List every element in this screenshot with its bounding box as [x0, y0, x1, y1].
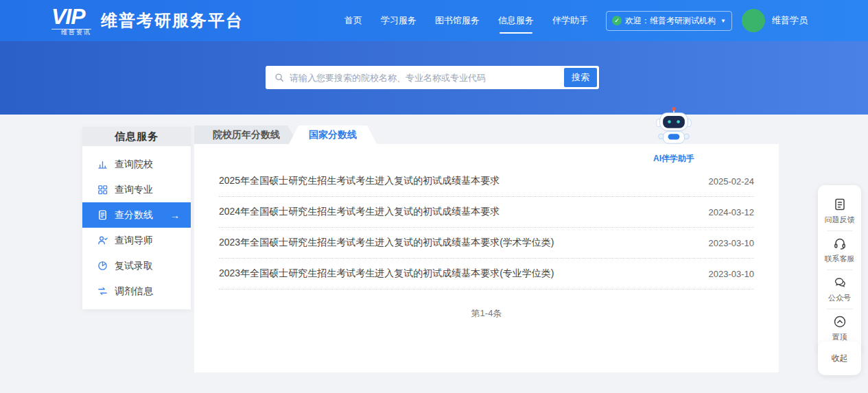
pagination-summary: 第1-4条 — [219, 307, 754, 320]
sidebar-item-admission[interactable]: 复试录取 — [82, 253, 191, 278]
floating-toolbar: 问题反馈 联系客服 公众号 置顶 — [818, 185, 861, 355]
notice-title[interactable]: 2023年全国硕士研究生招生考试考生进入复试的初试成绩基本要求(学术学位类) — [219, 237, 554, 249]
feedback-button[interactable]: 问题反馈 — [818, 192, 861, 230]
sidebar-title: 信息服务 — [82, 127, 191, 146]
back-to-top-icon — [833, 315, 847, 329]
tab-school-history-scores[interactable]: 院校历年分数线 — [194, 126, 298, 144]
feedback-icon — [833, 198, 847, 211]
customer-service-label: 联系客服 — [825, 254, 855, 264]
vip-logo-subtext: 维普资讯 — [51, 29, 91, 36]
back-to-top-label: 置顶 — [832, 332, 847, 342]
sidebar-item-adjustment[interactable]: 调剂信息 — [82, 278, 191, 304]
search-button[interactable]: 搜索 — [564, 68, 597, 87]
welcome-text: 欢迎：维普考研测试机构 — [625, 15, 716, 27]
feedback-label: 问题反馈 — [825, 215, 855, 225]
admission-icon — [97, 261, 108, 271]
sidebar-item-label: 查询院校 — [115, 158, 153, 171]
search-field[interactable] — [268, 68, 564, 87]
sidebar-item-major-query[interactable]: 查询专业 — [82, 177, 191, 202]
notice-date: 2023-03-10 — [709, 238, 755, 248]
robot-icon — [655, 106, 693, 149]
nav-item-info-services[interactable]: 信息服务 — [498, 10, 534, 31]
nav-item-home[interactable]: 首页 — [344, 10, 362, 31]
notice-date: 2024-03-12 — [709, 207, 755, 217]
wechat-official-label: 公众号 — [828, 293, 851, 303]
sidebar-item-label: 查询导师 — [115, 235, 153, 247]
avatar[interactable] — [742, 9, 765, 32]
ai-assistant-widget[interactable]: AI伴学助手 — [652, 106, 696, 165]
major-query-icon — [97, 184, 108, 195]
collapse-toolbar-button[interactable]: 收起 — [818, 342, 861, 375]
main-nav: 首页 学习服务 图书馆服务 信息服务 伴学助手 — [344, 10, 588, 31]
customer-service-icon — [833, 237, 847, 250]
sidebar-item-mentor-query[interactable]: 查询导师 — [82, 228, 191, 253]
site-title: 维普考研服务平台 — [101, 10, 244, 32]
notice-row[interactable]: 2023年全国硕士研究生招生考试考生进入复试的初试成绩基本要求(专业学位类) 2… — [219, 259, 754, 289]
tab-national-scores[interactable]: 国家分数线 — [289, 126, 377, 144]
sidebar-item-label: 查询专业 — [115, 184, 153, 196]
nav-item-study-services[interactable]: 学习服务 — [381, 10, 417, 31]
sidebar-item-label: 查分数线 — [115, 209, 153, 222]
sidebar-item-school-query[interactable]: 查询院校 — [82, 152, 191, 177]
score-query-icon — [97, 210, 108, 220]
notice-row[interactable]: 2025年全国硕士研究生招生考试考生进入复试的初试成绩基本要求 2025-02-… — [219, 166, 754, 197]
notice-title[interactable]: 2024年全国硕士研究生招生考试考生进入复试的初试成绩基本要求 — [219, 206, 500, 218]
sidebar-item-score-query[interactable]: 查分数线 → — [82, 202, 191, 228]
notice-date: 2023-03-10 — [709, 269, 755, 279]
nav-item-study-assistant[interactable]: 伴学助手 — [552, 10, 588, 31]
notice-row[interactable]: 2024年全国硕士研究生招生考试考生进入复试的初试成绩基本要求 2024-03-… — [219, 197, 754, 228]
wechat-official-icon — [833, 276, 847, 289]
customer-service-button[interactable]: 联系客服 — [818, 231, 861, 270]
ai-assistant-label: AI伴学助手 — [653, 153, 694, 165]
sidebar-item-label: 调剂信息 — [115, 285, 153, 298]
chevron-down-icon: ▼ — [720, 18, 726, 24]
school-query-icon — [97, 159, 108, 169]
notice-row[interactable]: 2023年全国硕士研究生招生考试考生进入复试的初试成绩基本要求(学术学位类) 2… — [219, 228, 754, 259]
sidebar-item-label: 复试录取 — [115, 260, 153, 272]
verified-org-icon: ✓ — [612, 16, 622, 25]
mentor-query-icon — [97, 235, 108, 246]
org-welcome-dropdown[interactable]: ✓ 欢迎：维普考研测试机构 ▼ — [606, 11, 732, 31]
info-services-sidebar: 信息服务 查询院校 查询专业 — [82, 127, 191, 309]
sidebar-list: 查询院校 查询专业 查分数线 → — [82, 146, 191, 309]
vip-logo-text: VIP — [51, 5, 85, 27]
nav-item-library-services[interactable]: 图书馆服务 — [435, 10, 480, 31]
top-header: VIP 维普资讯 维普考研服务平台 首页 学习服务 图书馆服务 信息服务 伴学助… — [0, 0, 868, 41]
arrow-right-icon: → — [170, 210, 191, 221]
user-name: 维普学员 — [772, 14, 808, 27]
notice-title[interactable]: 2025年全国硕士研究生招生考试考生进入复试的初试成绩基本要求 — [219, 175, 500, 187]
vip-logo[interactable]: VIP 维普资讯 — [51, 5, 91, 36]
adjustment-icon — [97, 286, 108, 296]
search-bar: 搜索 — [266, 66, 599, 89]
notice-title[interactable]: 2023年全国硕士研究生招生考试考生进入复试的初试成绩基本要求(专业学位类) — [219, 267, 554, 280]
notice-list-card: 2025年全国硕士研究生招生考试考生进入复试的初试成绩基本要求 2025-02-… — [194, 144, 779, 372]
wechat-official-button[interactable]: 公众号 — [818, 270, 861, 309]
search-input[interactable] — [290, 73, 557, 83]
user-block[interactable]: 维普学员 — [742, 9, 808, 32]
search-icon — [274, 73, 284, 82]
notice-date: 2025-02-24 — [709, 176, 755, 187]
